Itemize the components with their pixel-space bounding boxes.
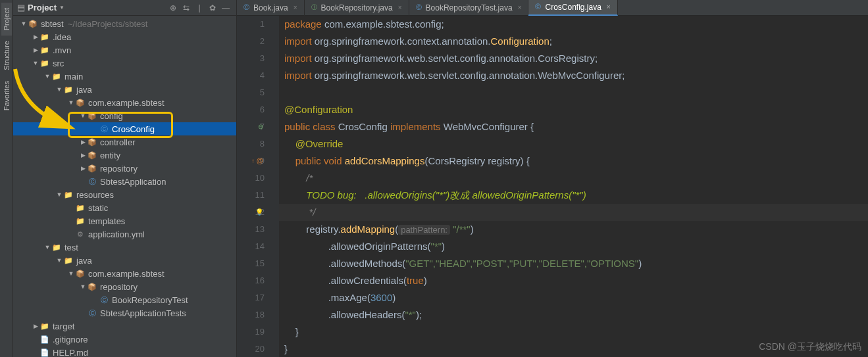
vtab-structure[interactable]: Structure [1, 36, 12, 76]
panel-title[interactable]: Project [28, 3, 57, 12]
gear-icon[interactable]: ✿ [206, 3, 219, 12]
close-icon[interactable]: × [607, 3, 611, 11]
tree-file-icon: 📁 [75, 204, 86, 212]
tree-label: CrosConfig [112, 124, 155, 134]
gutter-line[interactable]: 7⊖ [237, 118, 265, 135]
gutter-line[interactable]: 14 [237, 238, 265, 255]
tree-label: application.yml [88, 229, 145, 239]
tree-item-resources[interactable]: ▼📁resources [13, 188, 236, 201]
tree-item-crosconfig[interactable]: ⒸCrosConfig [13, 122, 236, 135]
gutter-line[interactable]: 5 [237, 84, 265, 101]
tree-item-entity[interactable]: ▶📦entity [13, 149, 236, 162]
tab-crosconfig-java[interactable]: ⒸCrosConfig.java× [528, 0, 617, 16]
tree-arrow-icon[interactable]: ▶ [32, 323, 39, 329]
tree-arrow-icon[interactable]: ▼ [55, 257, 63, 264]
tree-item-config[interactable]: ▼📦config [13, 109, 236, 122]
tab-file-icon: Ⓒ [416, 3, 422, 12]
gutter-mark-icon[interactable]: ⊖ [258, 118, 263, 135]
gutter-line[interactable]: 1 [237, 16, 265, 33]
close-icon[interactable]: × [398, 4, 402, 11]
tree-label: com.example.sbtest [88, 269, 165, 279]
gutter-line[interactable]: 8 [237, 135, 265, 153]
tree-file-icon: 📁 [63, 191, 74, 199]
tree-label: repository [100, 282, 138, 292]
gutter-line[interactable]: 18 [237, 306, 265, 323]
tree-file-icon: Ⓒ [87, 308, 97, 318]
gutter-mark-icon[interactable]: ↑ @ [251, 153, 263, 170]
gutter-line[interactable]: 15 [237, 255, 265, 272]
gutter-line[interactable]: 12💡 [237, 204, 265, 221]
tree-item-bookrepositorytest[interactable]: ⒸBookRepositoryTest [13, 293, 236, 306]
gutter-line[interactable]: 11 [237, 187, 265, 204]
tree-arrow-icon[interactable]: ▼ [55, 191, 63, 198]
close-icon[interactable]: × [518, 4, 522, 11]
tree-item-src[interactable]: ▼📁src [13, 57, 236, 70]
gutter-line[interactable]: 20 [237, 341, 265, 357]
tab-bookrepositorytest-java[interactable]: ⒸBookRepositoryTest.java× [409, 0, 529, 16]
locate-icon[interactable]: ⊕ [166, 3, 180, 12]
tree-item-templates[interactable]: 📁templates [13, 214, 236, 227]
tab-book-java[interactable]: ⒸBook.java× [237, 0, 305, 16]
tree-file-icon: 📁 [39, 33, 50, 41]
gutter-line[interactable]: 16 [237, 272, 265, 289]
tree-arrow-icon[interactable]: ▼ [20, 20, 28, 27]
tree-arrow-icon[interactable]: ▼ [55, 86, 63, 93]
tree-item-sbtestapplicationtests[interactable]: ⒸSbtestApplicationTests [13, 306, 236, 320]
gutter-line[interactable]: 10 [237, 170, 265, 187]
tree-item-java[interactable]: ▼📁java [13, 83, 236, 96]
tree-arrow-icon[interactable]: ▼ [32, 60, 39, 66]
tree-arrow-icon[interactable]: ▼ [43, 244, 51, 250]
gutter-line[interactable]: 6 [237, 101, 265, 118]
tree-item-repository[interactable]: ▼📦repository [13, 280, 236, 293]
tree-item-sbtestapplication[interactable]: ⒸSbtestApplication [13, 175, 236, 188]
tree-arrow-icon[interactable]: ▶ [32, 34, 39, 40]
hide-icon[interactable]: — [219, 3, 232, 12]
tree-item-controller[interactable]: ▶📦controller [13, 135, 236, 149]
tree-arrow-icon[interactable]: ▼ [79, 112, 87, 119]
tree-label: BookRepositoryTest [112, 295, 188, 305]
tree-arrow-icon[interactable]: ▼ [67, 99, 75, 106]
tree-item-main[interactable]: ▼📁main [13, 70, 236, 83]
tab-bookrepository-java[interactable]: ⒾBookRepository.java× [305, 0, 409, 16]
close-icon[interactable]: × [294, 4, 297, 11]
tree-item-com-example-sbtest[interactable]: ▼📦com.example.sbtest [13, 96, 236, 109]
tab-label: BookRepository.java [321, 3, 393, 12]
panel-dropdown-icon[interactable]: ▼ [59, 5, 64, 11]
gutter-line[interactable]: 9↑ @ [237, 153, 265, 170]
tree-item-static[interactable]: 📁static [13, 201, 236, 214]
code-area[interactable]: package com.example.sbtest.config; impor… [279, 16, 868, 357]
tree-item-help-md[interactable]: 📄HELP.md [13, 346, 236, 357]
gutter-line[interactable]: 19 [237, 323, 265, 341]
tree-arrow-icon[interactable]: ▶ [79, 165, 87, 172]
expand-icon[interactable]: ⇆ [180, 3, 193, 12]
gutter-line[interactable]: 13 [237, 221, 265, 238]
tree-arrow-icon[interactable]: ▼ [43, 73, 51, 80]
tree-item--idea[interactable]: ▶📁.idea [13, 30, 236, 43]
tree-item-test[interactable]: ▼📁test [13, 241, 236, 254]
tree-arrow-icon[interactable]: ▶ [79, 139, 87, 145]
gutter-line[interactable]: 2 [237, 33, 265, 50]
tree-item-com-example-sbtest[interactable]: ▼📦com.example.sbtest [13, 267, 236, 280]
tree-arrow-icon[interactable]: ▶ [32, 47, 39, 53]
tree-arrow-icon[interactable]: ▶ [79, 152, 87, 158]
tree-item--gitignore[interactable]: 📄.gitignore [13, 333, 236, 346]
tree-file-icon: 📁 [75, 217, 86, 226]
tree-item-target[interactable]: ▶📁target [13, 320, 236, 333]
tab-file-icon: Ⓘ [311, 3, 317, 12]
vtab-favorites[interactable]: Favorites [1, 76, 12, 116]
project-panel-header: ▤ Project ▼ ⊕ ⇆ | ✿ — [13, 0, 236, 16]
vtab-project[interactable]: Project [1, 3, 12, 36]
gutter-line[interactable]: 3 [237, 50, 265, 67]
tree-item-sbtest[interactable]: ▼📦sbtest~/IdeaProjects/sbtest [13, 17, 236, 30]
tree-item-repository[interactable]: ▶📦repository [13, 162, 236, 175]
tree-arrow-icon[interactable]: ▼ [67, 270, 75, 277]
gutter-mark-icon[interactable]: 💡 [255, 204, 263, 221]
gutter-line[interactable]: 17 [237, 289, 265, 306]
tree-file-icon: 📦 [87, 112, 97, 120]
tree-item--mvn[interactable]: ▶📁.mvn [13, 43, 236, 57]
project-tree[interactable]: ▼📦sbtest~/IdeaProjects/sbtest▶📁.idea▶📁.m… [13, 16, 236, 357]
tree-arrow-icon[interactable]: ▼ [79, 283, 87, 290]
tree-item-java[interactable]: ▼📁java [13, 254, 236, 267]
tree-item-application-yml[interactable]: ⚙application.yml [13, 227, 236, 241]
gutter-line[interactable]: 4 [237, 67, 265, 84]
